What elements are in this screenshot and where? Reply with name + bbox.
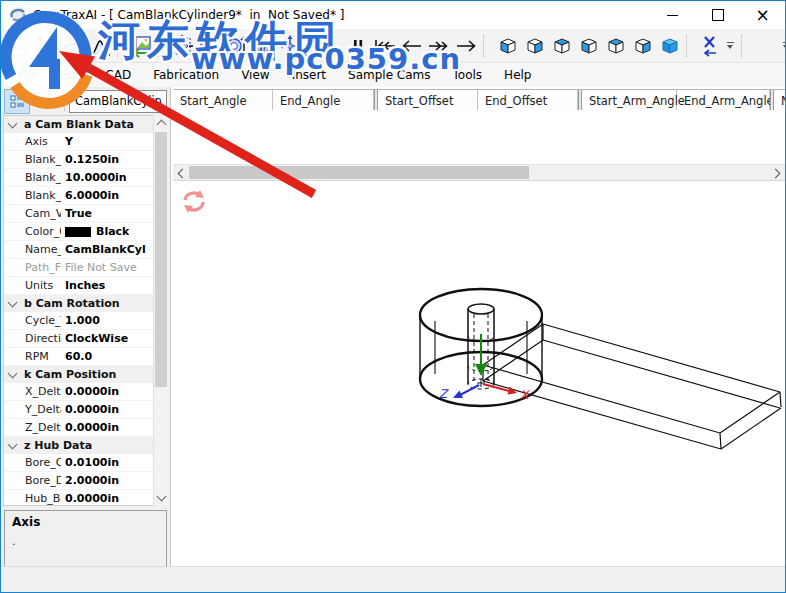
property-row[interactable]: Z_Delta0.0000in [4, 419, 167, 437]
chevron-down-icon [8, 369, 18, 379]
x-left-arrow-icon [699, 34, 721, 58]
alphabetical-sort-button[interactable]: AZ [33, 89, 59, 114]
column-header[interactable]: End_Offset [478, 90, 578, 111]
column-header[interactable]: Start_Offset [378, 90, 478, 111]
view-right-button[interactable] [574, 33, 601, 59]
toolbar-separator [686, 35, 694, 57]
sort-letter-z: Z [39, 101, 44, 108]
az-sort-icon: AZ [39, 94, 53, 108]
property-row[interactable]: X_Delta0.0000in [4, 383, 167, 401]
property-row[interactable]: RPM60.0 [4, 348, 167, 366]
pause-button[interactable] [344, 33, 371, 59]
export-image-button[interactable] [127, 33, 154, 59]
column-header[interactable]: End_Arm_Angle [677, 90, 770, 111]
categorized-view-button[interactable] [4, 89, 30, 114]
add-cylinder-blank-button[interactable] [5, 33, 32, 59]
zoom-scale-button[interactable] [222, 33, 249, 59]
3d-viewport[interactable]: X Z [173, 182, 785, 567]
section-view-button[interactable] [195, 33, 222, 59]
property-row[interactable]: Y_Delta0.0000in [4, 401, 167, 419]
property-row[interactable]: Blank_H6.0000in [4, 187, 167, 205]
property-row[interactable]: AxisY [4, 133, 167, 151]
property-row[interactable]: DirectiorClockWise [4, 330, 167, 348]
property-row[interactable]: UnitsInches [4, 277, 167, 295]
view-front-button[interactable] [493, 33, 520, 59]
view-bottom-button[interactable] [628, 33, 655, 59]
property-row[interactable]: Bore_Ch0.0100in [4, 454, 167, 472]
menu-cad[interactable]: CAD [94, 65, 142, 85]
orbit-icon [305, 34, 329, 58]
view-left-button[interactable] [547, 33, 574, 59]
ellipse-plus-icon [61, 34, 85, 58]
view-top-button[interactable] [601, 33, 628, 59]
minimize-button[interactable] [650, 1, 695, 29]
zoom-extents-button[interactable] [168, 33, 195, 59]
rotate-sphere-button[interactable] [249, 33, 276, 59]
property-group-header[interactable]: z Hub Data [4, 437, 167, 454]
chevron-down-icon [8, 298, 18, 308]
toolbar-overflow-button[interactable] [779, 33, 786, 59]
property-group-header[interactable]: a Cam Blank Data [4, 116, 167, 133]
view-isometric-button[interactable] [655, 33, 682, 59]
add-follower-button[interactable] [59, 33, 86, 59]
add-motion-profile-button[interactable] [86, 33, 113, 59]
overflow-bar [727, 42, 734, 43]
quarter-pie-icon [197, 34, 221, 58]
property-row[interactable]: Cam_Vi:True [4, 205, 167, 223]
property-grid-scrollbar[interactable] [153, 115, 168, 506]
property-row[interactable]: Name_CCamBlankCyl [4, 241, 167, 259]
property-row[interactable]: Bore_Di2.0000in [4, 472, 167, 490]
go-to-start-button[interactable] [371, 33, 398, 59]
property-description-title: Axis [12, 515, 159, 529]
column-header[interactable]: N [774, 90, 785, 111]
horizontal-scrollbar[interactable] [173, 164, 785, 181]
maximize-button[interactable] [695, 1, 740, 29]
property-description-text: . [12, 535, 159, 548]
property-panel-toolbar: AZ CamBlankCylin [1, 87, 170, 115]
object-selector-combobox[interactable]: CamBlankCylin [69, 90, 167, 113]
property-row[interactable]: Blank_C0.1250in [4, 151, 167, 169]
menu-help[interactable]: Help [493, 65, 542, 85]
property-row[interactable]: Blank_D10.0000in [4, 169, 167, 187]
scrollbar-thumb[interactable] [155, 132, 167, 387]
menu-file[interactable]: File [7, 65, 49, 85]
property-group-header[interactable]: b Cam Rotation [4, 295, 167, 312]
column-header[interactable]: End_Angle [273, 90, 374, 111]
property-row[interactable]: Cycle_Ti1.000 [4, 312, 167, 330]
menu-fabrication[interactable]: Fabrication [142, 65, 230, 85]
property-row[interactable]: Path_FilFile Not Save [4, 259, 167, 277]
toolbar-overflow-button[interactable] [723, 33, 737, 59]
property-row-color[interactable]: Color_CBlack [4, 223, 167, 241]
solid-cube-icon [658, 35, 680, 57]
column-header[interactable]: Start_Angle [173, 90, 273, 111]
property-description-box: Axis . [4, 510, 167, 568]
property-group-label: b Cam Rotation [24, 297, 120, 310]
scroll-left-icon[interactable] [178, 169, 188, 179]
menu-view[interactable]: View [230, 65, 280, 85]
fast-forward-button[interactable] [425, 33, 452, 59]
menu-insert[interactable]: Insert [281, 65, 337, 85]
rotate-view-button[interactable] [303, 33, 330, 59]
column-header[interactable]: Start_Arm_Angle [582, 90, 677, 111]
add-cube-blank-button[interactable] [32, 33, 59, 59]
menu-edit[interactable]: Edit [49, 65, 94, 85]
scroll-down-icon[interactable] [157, 492, 167, 502]
pan-view-button[interactable] [276, 33, 303, 59]
menu-sample-cams[interactable]: Sample Cams [337, 65, 441, 85]
toolbar-separator [741, 35, 749, 57]
property-row[interactable]: Hub_Bo0.0000in [4, 490, 167, 506]
step-forward-button[interactable] [452, 33, 479, 59]
scrollbar-thumb[interactable] [189, 166, 529, 179]
property-group-header[interactable]: k Cam Position [4, 366, 167, 383]
scroll-right-icon[interactable] [771, 169, 781, 179]
close-button[interactable]: × [740, 1, 785, 29]
separator [64, 91, 65, 111]
scroll-up-icon[interactable] [157, 120, 167, 130]
menu-tools[interactable]: Tools [442, 65, 494, 85]
view-back-button[interactable] [520, 33, 547, 59]
align-x-axis-button[interactable] [696, 33, 723, 59]
step-back-button[interactable] [398, 33, 425, 59]
toolbar-separator [483, 35, 491, 57]
segment-table-body[interactable] [173, 110, 785, 164]
toolbar-separator [117, 35, 125, 57]
